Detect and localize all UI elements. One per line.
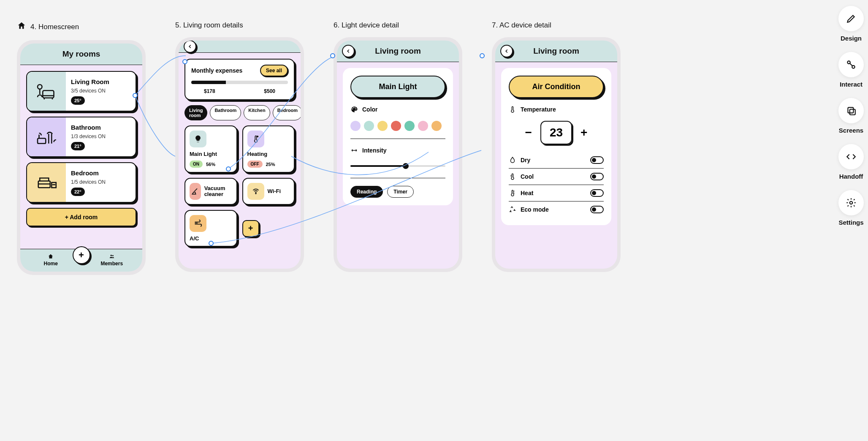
svg-rect-11 (848, 107, 853, 113)
toggle-row-heat: Heat (509, 185, 604, 201)
device-name: Main Light (190, 151, 232, 157)
page-title: Living room (533, 46, 579, 56)
see-all-button[interactable]: See all (260, 65, 288, 76)
chip-living[interactable]: Living room (184, 105, 207, 120)
droplet-icon (509, 156, 516, 164)
color-section-label: Color (350, 106, 445, 113)
tool-label: Screens (839, 127, 863, 134)
svg-point-8 (255, 193, 256, 194)
hotspot[interactable] (226, 166, 231, 172)
expense-bar (191, 81, 288, 84)
screen-label-home: 4. Homescreen (17, 21, 146, 33)
temp-minus-button[interactable]: − (525, 126, 532, 139)
room-thumb (27, 117, 66, 156)
room-name: Bathroom (71, 124, 106, 131)
device-name: Wi-Fi (268, 188, 281, 194)
page-title: My rooms (62, 49, 100, 59)
device-pct: 25% (266, 162, 275, 167)
tab-members[interactable]: Members (81, 249, 143, 272)
hotspot[interactable] (209, 241, 214, 246)
swatch-7[interactable] (431, 121, 442, 131)
toggle-row-dry: Dry (509, 152, 604, 169)
back-button[interactable] (342, 45, 355, 57)
tool-interact[interactable]: Interact (838, 52, 864, 88)
tab-label: Members (100, 261, 123, 267)
swatch-3[interactable] (377, 121, 388, 131)
back-button[interactable] (184, 41, 196, 53)
chip-kitchen[interactable]: Kitchen (244, 105, 270, 120)
lightbulb-icon (190, 131, 206, 147)
mode-reading[interactable]: Reading (350, 186, 383, 198)
hotspot[interactable] (182, 59, 187, 64)
add-room-button[interactable]: + Add room (26, 208, 136, 226)
device-card-main-light[interactable]: Main Light ON 56% (184, 125, 237, 173)
fab-add[interactable]: + (73, 246, 90, 264)
expense-spent: $178 (204, 88, 215, 94)
room-card-bathroom[interactable]: Bathroom 1/3 devices ON 21° (26, 117, 136, 157)
toggle-label: Heat (521, 190, 533, 196)
intensity-section-label: Intensity (350, 147, 445, 154)
screen-label-text: 7. AC device detail (492, 21, 551, 30)
screen-label-text: 6. Light device detail (334, 21, 399, 30)
intensity-slider[interactable] (350, 162, 445, 170)
svg-point-7 (257, 136, 258, 137)
hotspot[interactable] (330, 53, 335, 58)
room-sub: 3/5 devices ON (71, 88, 109, 94)
back-button[interactable] (500, 45, 513, 57)
temp-plus-button[interactable]: + (580, 126, 587, 139)
chip-bedroom[interactable]: Bedroom (273, 105, 301, 120)
swatch-5[interactable] (404, 121, 415, 131)
expense-card: Monthly expenses See all $178 $500 (184, 59, 295, 100)
tool-label: Interact (840, 81, 863, 88)
room-card-living[interactable]: Living Room 3/5 devices ON 25° (26, 71, 136, 112)
room-chips: Living room Bathroom Kitchen Bedroom (184, 105, 295, 120)
swatch-2[interactable] (364, 121, 374, 131)
swatch-1[interactable] (350, 121, 361, 131)
expense-title: Monthly expenses (191, 67, 242, 74)
device-card-wifi[interactable]: Wi-Fi (242, 178, 295, 205)
hotspot[interactable] (133, 93, 138, 98)
add-device-button[interactable]: + (242, 220, 259, 237)
room-card-bedroom[interactable]: Bedroom 1/5 devices ON 22° (26, 162, 136, 203)
wind-icon (190, 215, 206, 232)
phone-header (179, 41, 301, 53)
color-swatches (350, 121, 445, 131)
link-icon (846, 59, 857, 70)
room-name: Living Room (71, 78, 109, 85)
svg-point-6 (112, 255, 114, 256)
phone-living: Monthly expenses See all $178 $500 Livin… (175, 37, 304, 272)
expense-budget: $500 (264, 88, 275, 94)
tool-design[interactable]: Design (838, 6, 864, 42)
tool-screens[interactable]: Screens (838, 98, 864, 134)
recycle-icon (509, 206, 516, 213)
gear-icon (846, 197, 857, 208)
pencil-icon (846, 13, 857, 24)
tool-label: Handoff (839, 173, 863, 180)
toggle-row-eco: Eco mode (509, 201, 604, 218)
screen-label-text: 5. Living room details (175, 21, 243, 30)
tab-home[interactable]: Home (20, 249, 81, 272)
device-name: A/C (190, 235, 199, 242)
chip-bathroom[interactable]: Bathroom (210, 105, 241, 120)
toggle-label: Dry (521, 157, 530, 163)
section-label-text: Temperature (521, 106, 556, 113)
phone-header: My rooms (20, 44, 142, 65)
mode-timer[interactable]: Timer (387, 186, 413, 198)
tool-handoff[interactable]: Handoff (838, 144, 864, 180)
home-icon (17, 21, 26, 33)
toggle-cool[interactable] (590, 173, 604, 180)
cool-icon (509, 173, 516, 180)
toggle-eco[interactable] (590, 206, 604, 213)
toggle-dry[interactable] (590, 156, 604, 164)
device-card-heating[interactable]: Heating OFF 25% (242, 125, 295, 173)
tool-settings[interactable]: Settings (838, 190, 864, 226)
device-card-vacuum[interactable]: Vacuum cleaner (184, 178, 237, 205)
tab-label: Home (44, 261, 58, 267)
swatch-4[interactable] (391, 121, 401, 131)
hotspot[interactable] (480, 53, 485, 58)
svg-point-1 (38, 84, 42, 89)
toggle-heat[interactable] (590, 189, 604, 197)
page-title: Living room (375, 46, 421, 56)
tool-label: Design (841, 35, 862, 42)
swatch-6[interactable] (418, 121, 428, 131)
